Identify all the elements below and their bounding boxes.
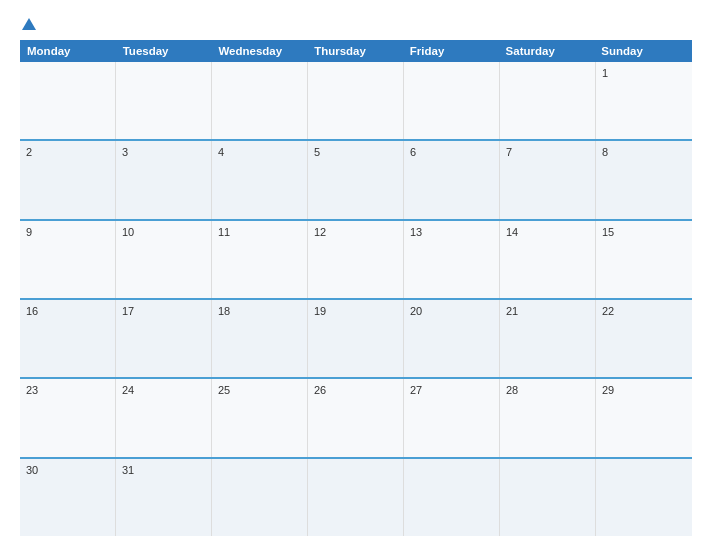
week-row-2: 9101112131415 <box>20 221 692 300</box>
day-cell: 22 <box>596 300 692 377</box>
day-number: 22 <box>602 305 614 317</box>
day-number: 10 <box>122 226 134 238</box>
day-cell: 1 <box>596 62 692 139</box>
logo <box>20 18 36 32</box>
day-cell <box>404 459 500 536</box>
day-cell: 16 <box>20 300 116 377</box>
day-number: 24 <box>122 384 134 396</box>
day-cell: 9 <box>20 221 116 298</box>
day-cell <box>404 62 500 139</box>
day-number: 3 <box>122 146 128 158</box>
day-cell <box>596 459 692 536</box>
day-number: 28 <box>506 384 518 396</box>
day-number: 7 <box>506 146 512 158</box>
day-cell: 25 <box>212 379 308 456</box>
day-cell: 23 <box>20 379 116 456</box>
day-cell <box>212 459 308 536</box>
day-cell: 29 <box>596 379 692 456</box>
day-cell: 11 <box>212 221 308 298</box>
day-cell <box>20 62 116 139</box>
day-number: 8 <box>602 146 608 158</box>
day-cell <box>116 62 212 139</box>
day-cell <box>308 459 404 536</box>
day-cell: 6 <box>404 141 500 218</box>
day-number: 29 <box>602 384 614 396</box>
day-cell: 12 <box>308 221 404 298</box>
week-row-1: 2345678 <box>20 141 692 220</box>
day-cell: 5 <box>308 141 404 218</box>
day-number: 2 <box>26 146 32 158</box>
day-number: 21 <box>506 305 518 317</box>
day-number: 15 <box>602 226 614 238</box>
day-cell: 21 <box>500 300 596 377</box>
day-number: 1 <box>602 67 608 79</box>
day-header-friday: Friday <box>404 41 500 61</box>
day-number: 4 <box>218 146 224 158</box>
calendar-page: MondayTuesdayWednesdayThursdayFridaySatu… <box>0 0 712 550</box>
day-cell: 15 <box>596 221 692 298</box>
day-cell: 13 <box>404 221 500 298</box>
day-cell: 7 <box>500 141 596 218</box>
day-header-wednesday: Wednesday <box>212 41 308 61</box>
day-number: 27 <box>410 384 422 396</box>
day-number: 26 <box>314 384 326 396</box>
day-number: 6 <box>410 146 416 158</box>
day-number: 14 <box>506 226 518 238</box>
day-number: 31 <box>122 464 134 476</box>
day-header-sunday: Sunday <box>595 41 691 61</box>
day-cell: 24 <box>116 379 212 456</box>
day-number: 19 <box>314 305 326 317</box>
calendar-header <box>20 18 692 32</box>
day-cell: 14 <box>500 221 596 298</box>
day-cell: 31 <box>116 459 212 536</box>
day-cell <box>212 62 308 139</box>
day-number: 18 <box>218 305 230 317</box>
calendar-grid: MondayTuesdayWednesdayThursdayFridaySatu… <box>20 40 692 536</box>
day-cell: 28 <box>500 379 596 456</box>
day-cell <box>308 62 404 139</box>
day-number: 17 <box>122 305 134 317</box>
day-cell: 2 <box>20 141 116 218</box>
day-number: 16 <box>26 305 38 317</box>
day-number: 9 <box>26 226 32 238</box>
day-header-saturday: Saturday <box>500 41 596 61</box>
day-number: 12 <box>314 226 326 238</box>
week-row-3: 16171819202122 <box>20 300 692 379</box>
day-header-monday: Monday <box>21 41 117 61</box>
week-row-0: 1 <box>20 62 692 141</box>
day-cell: 26 <box>308 379 404 456</box>
day-header-tuesday: Tuesday <box>117 41 213 61</box>
day-number: 5 <box>314 146 320 158</box>
day-cell: 8 <box>596 141 692 218</box>
day-number: 30 <box>26 464 38 476</box>
day-cell: 3 <box>116 141 212 218</box>
day-cell <box>500 62 596 139</box>
day-headers-row: MondayTuesdayWednesdayThursdayFridaySatu… <box>20 40 692 62</box>
day-number: 11 <box>218 226 230 238</box>
day-cell: 4 <box>212 141 308 218</box>
day-number: 13 <box>410 226 422 238</box>
weeks-container: 1234567891011121314151617181920212223242… <box>20 62 692 536</box>
day-cell: 18 <box>212 300 308 377</box>
day-number: 20 <box>410 305 422 317</box>
day-cell: 27 <box>404 379 500 456</box>
day-header-thursday: Thursday <box>308 41 404 61</box>
day-cell: 20 <box>404 300 500 377</box>
day-cell: 10 <box>116 221 212 298</box>
day-number: 23 <box>26 384 38 396</box>
week-row-5: 3031 <box>20 459 692 536</box>
day-cell: 17 <box>116 300 212 377</box>
logo-triangle-icon <box>22 18 36 30</box>
day-cell: 19 <box>308 300 404 377</box>
day-number: 25 <box>218 384 230 396</box>
day-cell <box>500 459 596 536</box>
week-row-4: 23242526272829 <box>20 379 692 458</box>
day-cell: 30 <box>20 459 116 536</box>
